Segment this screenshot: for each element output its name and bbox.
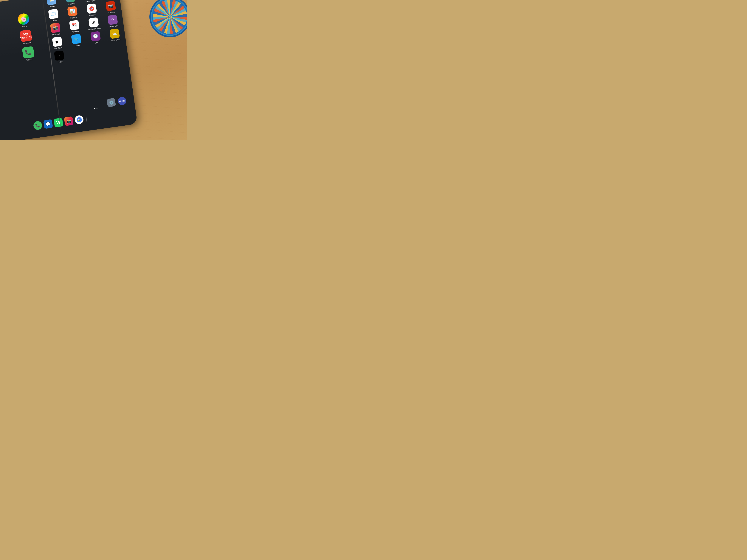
sonos-icon: SONOS xyxy=(0,51,0,63)
weatherpro-icon: ⛅ xyxy=(109,28,120,39)
app-facebook[interactable]: f Facebook xyxy=(0,16,7,34)
telefon-label: Telefon xyxy=(26,58,32,61)
chrome-label: Chrome xyxy=(89,14,96,17)
app-my-sunrise[interactable]: MySunrise My Sunrise xyxy=(8,28,44,46)
page-dot-1 xyxy=(94,108,96,109)
dock-whatsapp-icon[interactable]: W xyxy=(54,118,63,128)
protonmail-icon: P xyxy=(107,15,118,25)
instagram-icon: 📸 xyxy=(50,23,60,33)
kamera-icon: 📷 xyxy=(105,1,116,11)
empty-slot-1 xyxy=(69,48,80,61)
empty-slot-2 xyxy=(87,46,99,59)
kalender-label: Kalender xyxy=(72,30,79,33)
left-app-grid: f Facebook 🌸 Fotos 💬 Messages xyxy=(0,11,46,68)
page-indicator xyxy=(94,108,98,109)
dock-separator xyxy=(85,115,87,123)
wetter-icon: ⛅ xyxy=(46,0,57,5)
settings-dock-icon: ⚙️ xyxy=(107,98,116,107)
app-messages[interactable]: 💬 Messages xyxy=(0,33,9,51)
phone-device: Microsoft Mobilität Speedtest Werkzeuge … xyxy=(0,0,137,140)
app-kalender[interactable]: 📅 Kalender xyxy=(65,19,84,34)
dock-chrome-icon[interactable] xyxy=(74,115,84,125)
tiktok-label: TikTok xyxy=(57,61,63,63)
app-kamera[interactable]: 📷 Kamera xyxy=(101,0,121,15)
postcard-icon: ✉ xyxy=(88,17,99,28)
app-analytics[interactable]: 📊 Analytics xyxy=(63,5,82,20)
wetter-label: Wetter xyxy=(50,5,55,8)
right-dock-icons: ⚙️ Wear xyxy=(107,96,127,107)
weatherpro-label: WeatherPro xyxy=(111,38,121,42)
twitter-icon: 🐦 xyxy=(71,34,82,44)
right-app-grid: ⛅ Wetter 🛒 Shopping 🏠 Smart Home xyxy=(42,0,127,64)
playstore-label: Play Store xyxy=(54,47,62,50)
my-sunrise-icon: MySunrise xyxy=(20,29,32,42)
telefon-icon: 📞 xyxy=(22,46,34,59)
kalender-icon: 📅 xyxy=(69,20,80,30)
app-twitter[interactable]: 🐦 Twitter xyxy=(67,33,86,48)
dock-wear[interactable]: Wear xyxy=(118,96,127,106)
app-postcard[interactable]: ✉ PostCard Creator xyxy=(84,17,104,31)
empty-slot-3 xyxy=(107,43,118,56)
app-chrome[interactable]: Chrome xyxy=(82,3,102,17)
app-smarthome[interactable]: 🏠 Smart Home xyxy=(80,0,100,3)
shopping-label: Shopping xyxy=(68,2,75,5)
dock-instagram-icon[interactable]: 📸 xyxy=(64,116,74,126)
app-shopping[interactable]: 🛒 Shopping xyxy=(61,0,80,6)
protonmail-label: Proton Mail xyxy=(109,24,118,28)
gmail-icon: ✉️ xyxy=(48,9,59,19)
uhr-icon: 🕐 xyxy=(90,31,101,42)
app-fotos[interactable]: 🌸 Fotos xyxy=(6,11,41,30)
dock-phone-icon[interactable]: 📞 xyxy=(33,121,43,130)
app-weatherpro[interactable]: ⛅ WeatherPro xyxy=(105,28,125,43)
gmail-label: Gmail xyxy=(52,19,57,22)
dock-settings[interactable]: ⚙️ xyxy=(107,98,116,107)
app-tiktok[interactable]: ♪ TikTok xyxy=(50,50,69,64)
app-instagram[interactable]: 📸 Instagram xyxy=(46,22,66,36)
einstellungen-label: Einstellungen xyxy=(104,0,115,0)
postcard-label: PostCard Creator xyxy=(87,27,101,31)
app-playstore[interactable]: ▶ Play Store xyxy=(47,36,67,50)
twitter-label: Twitter xyxy=(75,44,80,47)
kamera-label: Kamera xyxy=(108,11,115,14)
page-dot-2 xyxy=(96,108,98,109)
playstore-icon: ▶ xyxy=(52,36,62,47)
app-wetter[interactable]: ⛅ Wetter xyxy=(42,0,61,9)
chrome-icon xyxy=(86,3,97,14)
app-sonos[interactable]: SONOS Sonos xyxy=(0,49,12,68)
dock-messages-icon[interactable]: 💬 xyxy=(43,119,53,129)
app-uhr[interactable]: 🕐 Uhr xyxy=(86,30,105,45)
fotos-label: Fotos xyxy=(22,25,27,28)
instagram-label: Instagram xyxy=(52,33,60,36)
tiktok-icon: ♪ xyxy=(54,50,65,61)
fotos-icon: 🌸 xyxy=(17,13,30,25)
phone-screen: Microsoft Mobilität Speedtest Werkzeuge … xyxy=(0,0,137,140)
wear-dock-icon: Wear xyxy=(118,96,127,106)
smarthome-label: Smart Home xyxy=(85,0,96,3)
app-gmail[interactable]: ✉️ Gmail xyxy=(44,8,63,23)
analytics-icon: 📊 xyxy=(67,6,78,17)
app-protonmail[interactable]: P Proton Mail xyxy=(103,14,123,28)
app-telefon[interactable]: 📞 Telefon xyxy=(11,45,46,63)
uhr-label: Uhr xyxy=(95,42,98,44)
analytics-label: Analytics xyxy=(70,16,77,19)
my-sunrise-label: My Sunrise xyxy=(22,42,31,45)
